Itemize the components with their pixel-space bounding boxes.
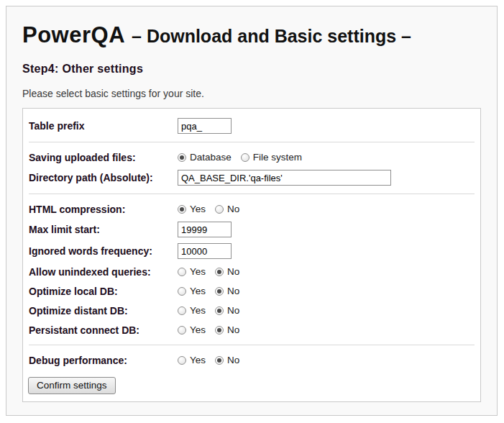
form-row-ignored-words-frequency: Ignored words frequency:	[28, 240, 475, 262]
radio-icon[interactable]	[178, 326, 186, 335]
form-row-allow-unindexed-queries: Allow unindexed queries:YesNo	[28, 262, 475, 281]
form-row-persistant-connect-db: Persistant connect DB:YesNo	[28, 320, 475, 340]
table-prefix-label: Table prefix	[29, 120, 178, 132]
section-divider	[29, 345, 475, 345]
table-prefix-input[interactable]	[178, 118, 232, 134]
form-row-max-limit-start: Max limit start:	[28, 219, 475, 240]
saving-uploaded-files-option-database[interactable]: Database	[178, 152, 232, 163]
debug-performance-option-label: Yes	[190, 355, 206, 365]
form-row-optimize-distant-db: Optimize distant DB:YesNo	[28, 301, 475, 320]
form-row-debug-performance: Debug performance:YesNo	[28, 350, 475, 370]
page-title: PowerQA– Download and Basic settings –	[22, 22, 481, 47]
html-compression-option-label: No	[227, 204, 239, 214]
debug-performance-value: YesNo	[178, 355, 249, 365]
debug-performance-option-no[interactable]: No	[215, 355, 239, 365]
optimize-local-db-value: YesNo	[178, 286, 249, 296]
allow-unindexed-queries-option-no[interactable]: No	[215, 266, 239, 277]
form-row-directory-path: Directory path (Absolute):	[28, 167, 475, 188]
persistant-connect-db-option-yes[interactable]: Yes	[178, 324, 206, 335]
page-subtitle: – Download and Basic settings –	[132, 26, 411, 46]
radio-selected-icon[interactable]	[215, 268, 224, 276]
page-container: PowerQA– Download and Basic settings – S…	[6, 6, 498, 416]
allow-unindexed-queries-option-label: No	[227, 266, 239, 277]
saving-uploaded-files-label: Saving uploaded files:	[29, 152, 178, 163]
form-rows: Table prefixSaving uploaded files:Databa…	[28, 115, 475, 370]
radio-icon[interactable]	[241, 153, 249, 162]
radio-icon[interactable]	[215, 205, 224, 214]
confirm-settings-button[interactable]: Confirm settings	[28, 377, 116, 394]
directory-path-value	[178, 170, 391, 186]
form-row-saving-uploaded-files: Saving uploaded files:DatabaseFile syste…	[28, 147, 475, 167]
section-divider	[29, 142, 475, 142]
optimize-local-db-option-yes[interactable]: Yes	[178, 286, 206, 296]
directory-path-input[interactable]	[178, 170, 391, 186]
allow-unindexed-queries-label: Allow unindexed queries:	[29, 266, 178, 278]
radio-icon[interactable]	[178, 306, 186, 315]
optimize-local-db-label: Optimize local DB:	[29, 286, 178, 297]
persistant-connect-db-option-no[interactable]: No	[215, 324, 239, 335]
step-heading: Step4: Other settings	[22, 63, 481, 76]
persistant-connect-db-label: Persistant connect DB:	[29, 324, 178, 336]
saving-uploaded-files-value: DatabaseFile system	[178, 152, 311, 163]
form-row-optimize-local-db: Optimize local DB:YesNo	[28, 281, 475, 301]
max-limit-start-input[interactable]	[178, 222, 232, 237]
directory-path-label: Directory path (Absolute):	[29, 172, 178, 183]
saving-uploaded-files-option-file-system[interactable]: File system	[241, 152, 302, 163]
radio-selected-icon[interactable]	[178, 153, 186, 162]
max-limit-start-label: Max limit start:	[29, 224, 178, 235]
debug-performance-option-yes[interactable]: Yes	[178, 355, 206, 365]
allow-unindexed-queries-option-label: Yes	[190, 266, 206, 277]
radio-icon[interactable]	[178, 268, 186, 276]
max-limit-start-value	[178, 222, 232, 237]
optimize-distant-db-option-no[interactable]: No	[215, 305, 239, 316]
form-row-table-prefix: Table prefix	[28, 115, 475, 137]
saving-uploaded-files-option-label: File system	[253, 152, 302, 163]
radio-icon[interactable]	[178, 287, 186, 296]
html-compression-option-label: Yes	[190, 204, 206, 214]
persistant-connect-db-option-label: No	[227, 324, 239, 335]
ignored-words-frequency-label: Ignored words frequency:	[29, 245, 178, 257]
section-divider	[29, 194, 475, 194]
optimize-distant-db-option-label: No	[227, 305, 239, 316]
radio-icon[interactable]	[178, 356, 186, 365]
html-compression-value: YesNo	[178, 204, 249, 214]
radio-selected-icon[interactable]	[215, 356, 224, 365]
optimize-distant-db-option-label: Yes	[190, 305, 206, 316]
ignored-words-frequency-value	[178, 243, 232, 259]
radio-selected-icon[interactable]	[215, 326, 224, 335]
settings-form: Table prefixSaving uploaded files:Databa…	[22, 108, 481, 402]
radio-selected-icon[interactable]	[178, 205, 186, 214]
optimize-distant-db-label: Optimize distant DB:	[29, 305, 178, 317]
saving-uploaded-files-option-label: Database	[190, 152, 232, 163]
allow-unindexed-queries-option-yes[interactable]: Yes	[178, 266, 206, 277]
debug-performance-label: Debug performance:	[29, 355, 178, 366]
html-compression-option-no[interactable]: No	[215, 204, 239, 214]
ignored-words-frequency-input[interactable]	[178, 243, 232, 259]
app-name: PowerQA	[22, 22, 125, 47]
optimize-distant-db-option-yes[interactable]: Yes	[178, 305, 206, 316]
persistant-connect-db-option-label: Yes	[190, 324, 206, 335]
optimize-local-db-option-no[interactable]: No	[215, 286, 239, 296]
intro-text: Please select basic settings for your si…	[22, 88, 481, 99]
debug-performance-option-label: No	[227, 355, 239, 365]
radio-selected-icon[interactable]	[215, 306, 224, 315]
html-compression-option-yes[interactable]: Yes	[178, 204, 206, 214]
html-compression-label: HTML compression:	[29, 204, 178, 215]
optimize-local-db-option-label: No	[227, 286, 239, 296]
optimize-distant-db-value: YesNo	[178, 305, 249, 316]
table-prefix-value	[178, 118, 232, 134]
optimize-local-db-option-label: Yes	[190, 286, 206, 296]
allow-unindexed-queries-value: YesNo	[178, 266, 249, 277]
form-row-html-compression: HTML compression:YesNo	[28, 199, 475, 219]
radio-selected-icon[interactable]	[215, 287, 224, 296]
persistant-connect-db-value: YesNo	[178, 324, 249, 335]
